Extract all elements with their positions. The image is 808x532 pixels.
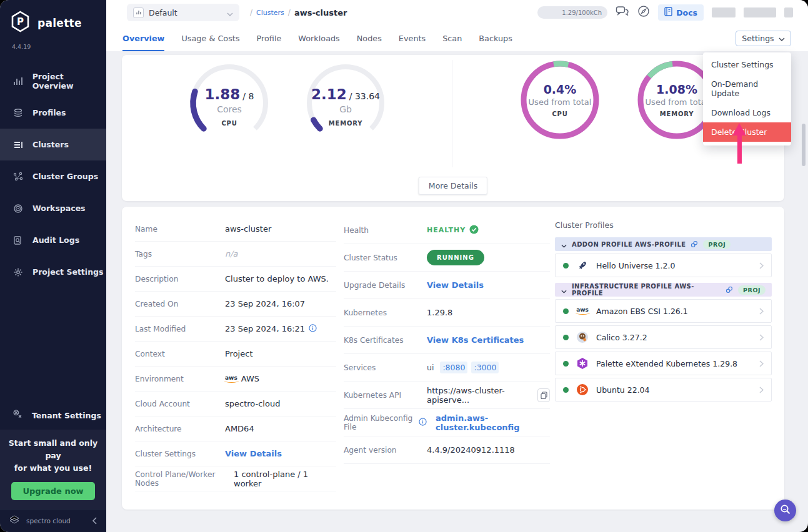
detail-row-k8s-certificates: K8s CertificatesView K8s Certificates [344,327,550,354]
breadcrumb-current: aws-cluster [294,8,347,17]
upgrade-now-button[interactable]: Upgrade now [11,482,94,500]
status-dot [563,361,569,367]
sidebar-item-label: Workspaces [32,204,86,213]
cluster-profiles-panel: Cluster Profiles ADDON PROFILE AWS-PROFI… [555,215,772,401]
chevron-down-icon [779,34,785,43]
sidebar-item-project-overview[interactable]: Project Overview [0,65,106,97]
sidebar-nav: Project Overview Profiles Clusters Clust… [0,65,106,288]
scrollbar-thumb[interactable] [802,124,806,166]
link-icon[interactable] [691,239,698,250]
tab-nodes[interactable]: Nodes [357,25,382,51]
menu-item-delete-cluster[interactable]: Delete Cluster [703,122,791,142]
detail-row-cluster-settings: Cluster SettingsView Details [135,441,336,466]
detail-row-nodes: Control Plane/Worker Nodes1 control-plan… [135,466,336,491]
tab-profile[interactable]: Profile [257,25,282,51]
network-icon [12,172,24,182]
profile-item-hello-universe[interactable]: Hello Universe 1.2.0 [555,254,772,277]
proj-badge: PROJ [738,285,766,295]
status-dot [563,263,569,268]
usage-quota-pill: 1.29/100kCh [537,6,607,19]
sidebar-item-label: Audit Logs [32,235,79,245]
link-icon[interactable] [726,284,733,296]
footer-brand: spectro cloud [26,517,87,525]
tab-events[interactable]: Events [399,25,426,51]
breadcrumb-clusters-link[interactable]: Clusters [256,9,284,17]
profile-item-calico[interactable]: Calico 3.27.2 [555,325,772,349]
upgrade-view-details-link[interactable]: View Details [427,280,484,290]
sidebar-item-cluster-groups[interactable]: Cluster Groups [0,160,106,192]
sidebar-item-tenant-settings[interactable]: Tenant Settings [0,401,106,430]
tab-overview[interactable]: Overview [122,25,164,51]
proj-badge: PROJ [703,240,731,249]
redacted-text [784,7,793,17]
details-middle-column: HealthHEALTHY Cluster StatusRUNNING Upgr… [344,217,550,464]
cluster-tabs: Overview Usage & Costs Profile Workloads… [106,25,808,51]
status-dot [563,335,569,340]
svg-text:P: P [17,16,24,27]
kubeconfig-download-link[interactable]: admin.aws-cluster.kubeconfig [436,413,550,432]
settings-button[interactable]: Settings [736,31,791,46]
info-icon[interactable] [309,324,317,334]
collapse-sidebar-icon[interactable] [92,515,97,527]
sidebar-item-profiles[interactable]: Profiles [0,97,106,129]
chevron-right-icon [759,260,764,272]
tab-backups[interactable]: Backups [479,25,512,51]
detail-row-services: Servicesui:8080:3000 [344,354,550,382]
cluster-settings-view-details-link[interactable]: View Details [225,449,282,458]
grid-icon [133,7,144,18]
chevron-right-icon [759,358,764,370]
sidebar-item-project-settings[interactable]: Project Settings [0,256,106,288]
chevron-right-icon [759,384,764,396]
detail-row-cluster-status: Cluster StatusRUNNING [344,244,550,272]
sidebar-item-audit-logs[interactable]: Audit Logs [0,224,106,256]
detail-row-kubernetes: Kubernetes1.29.8 [344,299,550,327]
tab-usage-costs[interactable]: Usage & Costs [181,25,239,51]
search-fab-button[interactable] [774,500,796,521]
profile-item-ubuntu[interactable]: Ubuntu 22.04 [555,378,772,401]
bar-chart-icon [12,76,24,86]
infrastructure-profile-group-header[interactable]: INFRASTRUCTURE PROFILE AWS-PROFILE PROJ [555,283,772,297]
tab-scan[interactable]: Scan [442,25,462,51]
app-version: 4.4.19 [0,36,106,50]
service-port-3000-link[interactable]: :3000 [471,362,499,373]
addon-profile-group-header[interactable]: ADDON PROFILE AWS-PROFILE PROJ [555,237,772,251]
upgrade-promo: Start small and only pay for what you us… [0,430,106,509]
project-selector[interactable]: Default [127,4,239,21]
promo-text: Start small and only pay for what you us… [6,437,100,475]
target-icon [12,204,24,214]
detail-row-name: Nameaws-cluster [135,217,336,242]
cpu-usage-donut: 0.4% Used from total CPU [518,58,602,142]
copy-icon[interactable] [537,388,550,402]
cpu-gauge: 1.88/ 8 Cores CPU [186,59,273,147]
chevron-right-icon [759,305,764,317]
sidebar-item-workspaces[interactable]: Workspaces [0,192,106,224]
profile-item-amazon-ebs-csi[interactable]: aws Amazon EBS CSI 1.26.1 [555,299,772,323]
sidebar-footer: spectro cloud [0,509,106,532]
menu-item-cluster-settings[interactable]: Cluster Settings [703,55,791,74]
menu-item-download-logs[interactable]: Download Logs [703,103,791,122]
docs-button[interactable]: Docs [658,4,704,21]
sidebar-item-clusters[interactable]: Clusters [0,129,106,160]
tab-workloads[interactable]: Workloads [298,25,339,51]
detail-row-kubernetes-api: Kubernetes APIhttps://aws-cluster-apiser… [344,382,550,409]
divider [452,60,452,167]
view-k8s-certificates-link[interactable]: View K8s Certificates [427,335,524,345]
aws-icon: aws [225,375,237,383]
profile-item-palette-extended-kubernetes[interactable]: Palette eXtended Kubernetes 1.29.8 [555,352,772,375]
status-dot [563,308,569,314]
topbar-actions: 1.29/100kCh Docs [537,4,793,21]
chat-icon[interactable] [616,6,629,20]
annotation-arrow [732,123,746,135]
project-selector-value: Default [149,8,222,17]
more-details-button[interactable]: More Details [419,177,487,195]
service-port-8080-link[interactable]: :8080 [440,362,467,373]
detail-row-tags: Tagsn/a [135,242,336,267]
app-window: P palette 4.4.19 Project Overview Profil… [0,0,808,532]
detail-row-environment: EnvironmentawsAWS [135,367,336,392]
sidebar-item-label: Project Settings [32,267,103,277]
info-icon[interactable] [419,418,427,428]
details-left-column: Nameaws-cluster Tagsn/a DescriptionClust… [135,217,336,491]
menu-item-on-demand-update[interactable]: On-Demand Update [703,74,791,103]
sidebar-bottom: Tenant Settings Start small and only pay… [0,401,106,532]
compass-icon[interactable] [637,5,650,20]
